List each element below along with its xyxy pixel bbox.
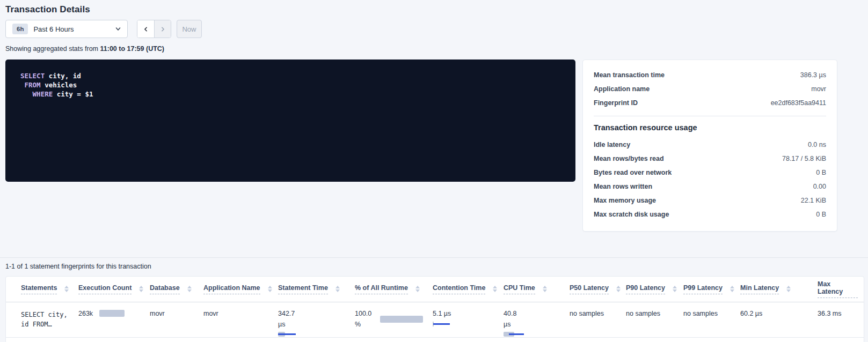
summary-row: Max memory usage22.1 KiB	[594, 194, 826, 207]
summary-label: Mean rows written	[594, 183, 652, 190]
sort-icon	[493, 286, 497, 292]
column-label: Min Latency	[740, 284, 779, 294]
summary-value: 0 B	[816, 211, 826, 218]
column-header-execution-count[interactable]: Execution Count	[78, 277, 150, 302]
runtime-pct-bar	[380, 316, 423, 323]
column-label: Max Latency	[818, 280, 858, 298]
runtime-pct-cell: 100.0 %	[355, 310, 433, 329]
summary-label: Bytes read over network	[594, 169, 672, 176]
summary-label: Max scratch disk usage	[594, 211, 669, 218]
time-range-dropdown[interactable]: 6h Past 6 Hours	[5, 20, 128, 38]
summary-top-rows: Mean transaction time386.3 µsApplication…	[594, 68, 826, 110]
summary-value: movr	[811, 85, 826, 93]
time-range-badge: 6h	[12, 24, 28, 34]
summary-label: Max memory usage	[594, 197, 656, 204]
sort-icon	[730, 286, 734, 292]
column-header-p99-latency[interactable]: P99 Latency	[683, 277, 740, 302]
column-header-min-latency[interactable]: Min Latency	[740, 277, 818, 302]
summary-value: ee2df683f5aa9411	[771, 99, 826, 107]
next-time-button[interactable]	[154, 20, 171, 38]
contention-time-bar	[433, 322, 454, 327]
column-header-cpu-time[interactable]: CPU Time	[504, 277, 570, 302]
p99-latency-cell: no samples	[683, 302, 740, 337]
summary-value: 0.0 ns	[808, 141, 826, 148]
column-label: Statement Time	[278, 284, 328, 294]
sort-icon	[543, 286, 547, 292]
max-latency-cell: 36.3 ms	[818, 302, 864, 337]
column-label: Execution Count	[78, 284, 132, 294]
chevron-down-icon	[115, 26, 121, 32]
page-title: Transaction Details	[5, 4, 868, 15]
database-cell: movr	[150, 302, 203, 337]
statement-time-bar	[278, 332, 305, 337]
summary-value: 386.3 µs	[800, 71, 826, 79]
p90-latency-cell: no samples	[626, 302, 683, 337]
summary-value: 0 B	[816, 169, 826, 176]
column-header-statement-time[interactable]: Statement Time	[278, 277, 355, 302]
column-label: % of All Runtime	[355, 284, 408, 294]
column-header-statements[interactable]: Statements	[6, 277, 78, 302]
table-header-row: StatementsExecution CountDatabaseApplica…	[6, 277, 864, 302]
content-row: SELECT city, id FROM vehicles WHERE city…	[5, 60, 863, 232]
time-range-label: Past 6 Hours	[33, 25, 115, 33]
sort-icon	[616, 286, 621, 292]
summary-row: Mean rows/bytes read78.17 / 5.8 KiB	[594, 152, 826, 166]
time-step-buttons	[137, 20, 171, 38]
column-label: Application Name	[203, 284, 260, 294]
execution-count-cell: 263k	[78, 310, 150, 317]
aggregated-stats-text: Showing aggregated stats from 11:00 to 1…	[5, 45, 868, 53]
application-name-cell: movr	[203, 302, 278, 337]
sort-icon	[415, 286, 420, 292]
sort-icon	[268, 286, 272, 292]
column-header-p50-latency[interactable]: P50 Latency	[570, 277, 626, 302]
column-header-contention-time[interactable]: Contention Time	[433, 277, 504, 302]
sql-line: WHERE city = $1	[20, 90, 575, 99]
summary-row: Fingerprint IDee2df683f5aa9411	[594, 96, 826, 110]
sql-statement-box: SELECT city, id FROM vehicles WHERE city…	[5, 60, 575, 182]
summary-row: Idle latency0.0 ns	[594, 138, 826, 152]
execution-count-bar	[99, 310, 125, 317]
now-button[interactable]: Now	[177, 20, 202, 38]
sort-icon	[335, 286, 340, 292]
summary-label: Fingerprint ID	[594, 99, 638, 107]
sort-icon	[64, 286, 69, 292]
resource-usage-heading: Transaction resource usage	[594, 123, 826, 132]
summary-value: 78.17 / 5.8 KiB	[782, 155, 826, 162]
fingerprints-count-text: 1-1 of 1 statement fingerprints for this…	[5, 263, 868, 270]
summary-row: Application namemovr	[594, 82, 826, 96]
column-label: Statements	[21, 284, 57, 294]
summary-label: Idle latency	[594, 141, 630, 148]
sql-line: SELECT city, id	[20, 71, 575, 80]
column-label: P90 Latency	[626, 284, 665, 294]
p50-latency-cell: no samples	[570, 302, 626, 337]
summary-label: Mean rows/bytes read	[594, 155, 664, 162]
statement-link[interactable]: SELECT city, id FROM…	[6, 310, 78, 329]
cpu-time-cell: 40.8 µs	[504, 310, 570, 337]
column-label: P50 Latency	[570, 284, 609, 294]
prev-time-button[interactable]	[137, 20, 154, 38]
sort-icon	[786, 286, 791, 292]
sort-icon	[673, 286, 677, 292]
summary-value: 22.1 KiB	[801, 197, 826, 204]
column-label: Contention Time	[433, 284, 485, 294]
sql-code: SELECT city, id FROM vehicles WHERE city…	[20, 71, 575, 99]
summary-divider	[594, 116, 826, 116]
time-controls: 6h Past 6 Hours Now	[5, 20, 868, 38]
summary-row: Mean rows written0.00	[594, 180, 826, 194]
transaction-summary-card: Mean transaction time386.3 µsApplication…	[582, 60, 837, 232]
column-header-p90-latency[interactable]: P90 Latency	[626, 277, 683, 302]
contention-time-cell: 5.1 µs	[433, 310, 504, 327]
chevron-left-icon	[142, 26, 149, 33]
statements-table: StatementsExecution CountDatabaseApplica…	[6, 277, 864, 338]
summary-row: Bytes read over network0 B	[594, 166, 826, 180]
column-header-application-name[interactable]: Application Name	[203, 277, 278, 302]
column-header-database[interactable]: Database	[150, 277, 203, 302]
column-header-max-latency[interactable]: Max Latency	[818, 277, 864, 302]
column-header--of-all-runtime[interactable]: % of All Runtime	[355, 277, 433, 302]
summary-value: 0.00	[813, 183, 826, 190]
min-latency-cell: 60.2 µs	[740, 302, 818, 337]
sort-icon	[139, 286, 143, 292]
statements-table-card: StatementsExecution CountDatabaseApplica…	[5, 276, 864, 342]
column-label: Database	[150, 284, 180, 294]
summary-label: Mean transaction time	[594, 71, 665, 79]
